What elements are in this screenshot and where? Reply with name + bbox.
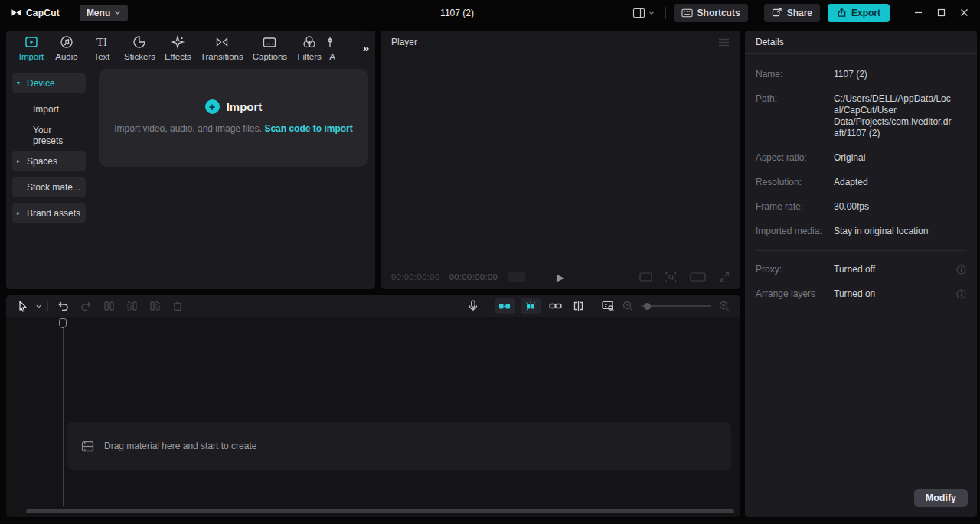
shortcuts-button[interactable]: Shortcuts xyxy=(674,4,748,22)
detail-row-path: Path: C:/Users/DELL/AppData/Local/CapCut… xyxy=(756,93,966,139)
record-voiceover-button[interactable] xyxy=(462,298,485,314)
toolbar-divider xyxy=(47,301,48,311)
close-icon xyxy=(960,8,969,17)
player-menu-icon[interactable] xyxy=(718,38,730,47)
detail-label: Resolution: xyxy=(756,177,834,187)
wide-ratio-icon[interactable] xyxy=(690,272,706,282)
sidebar-item-spaces[interactable]: ▸ Spaces xyxy=(12,151,86,171)
info-icon[interactable] xyxy=(956,289,966,299)
undo-button[interactable] xyxy=(51,298,74,314)
plus-circle-icon: + xyxy=(205,99,220,114)
share-button[interactable]: Share xyxy=(764,4,820,22)
redo-button[interactable] xyxy=(74,298,97,314)
maximize-button[interactable] xyxy=(929,3,952,23)
empty-track-dropzone[interactable]: Drag material here and start to create xyxy=(67,422,731,470)
media-clip-icon xyxy=(81,441,94,452)
detail-label: Aspect ratio: xyxy=(756,152,834,163)
detail-label: Proxy: xyxy=(756,264,834,275)
select-tool-button[interactable] xyxy=(14,298,32,314)
tab-import[interactable]: Import xyxy=(14,34,49,61)
media-side-nav: ▾ Device Import Your presets ▸ Spaces St… xyxy=(6,65,92,289)
trash-icon xyxy=(172,301,183,311)
tab-transitions[interactable]: Transitions xyxy=(196,34,248,61)
detail-row-arrange-layers: Arrange layers Turned on xyxy=(756,288,966,300)
sidebar-item-your-presets[interactable]: Your presets xyxy=(12,125,86,145)
magnet-icon xyxy=(498,302,511,311)
sidebar-item-import[interactable]: Import xyxy=(12,99,86,119)
sidebar-item-stock-materials[interactable]: Stock mate... xyxy=(12,177,86,197)
titlebar-divider xyxy=(756,7,756,19)
timeline-horizontal-scrollbar[interactable] xyxy=(26,509,734,513)
playhead[interactable] xyxy=(59,318,67,328)
sidebar-item-device[interactable]: ▾ Device xyxy=(12,73,86,93)
capcut-logo-icon xyxy=(11,7,22,18)
delete-right-button[interactable] xyxy=(143,298,166,314)
tab-captions[interactable]: Captions xyxy=(248,34,292,61)
export-button[interactable]: Export xyxy=(828,4,890,22)
audio-tab-icon xyxy=(59,34,74,50)
delete-right-icon xyxy=(149,301,161,311)
tab-audio[interactable]: Audio xyxy=(49,34,84,61)
tab-stickers[interactable]: Stickers xyxy=(119,34,160,61)
share-icon xyxy=(772,8,782,18)
keyboard-icon xyxy=(681,8,693,18)
delete-left-button[interactable] xyxy=(120,298,143,314)
tab-label: Text xyxy=(93,52,109,61)
split-button[interactable] xyxy=(97,298,120,314)
preview-axis-button[interactable] xyxy=(567,298,590,314)
chevron-down-icon xyxy=(114,9,121,16)
linkage-button[interactable] xyxy=(544,298,567,314)
sidebar-item-brand-assets[interactable]: ▸ Brand assets xyxy=(12,203,86,223)
auto-snapping-button[interactable] xyxy=(521,298,541,314)
tab-label: Audio xyxy=(55,52,77,61)
detail-value: 1107 (2) xyxy=(834,69,954,80)
detail-label: Frame rate: xyxy=(756,201,834,212)
tool-dropdown-button[interactable] xyxy=(32,298,44,314)
playhead-handle-icon[interactable] xyxy=(59,318,67,328)
share-label: Share xyxy=(787,8,812,18)
playhead-line xyxy=(63,328,64,506)
sidebar-item-label: Your presets xyxy=(33,125,81,146)
minimize-button[interactable] xyxy=(906,3,929,23)
main-track-magnet-button[interactable] xyxy=(495,298,514,314)
minimize-icon xyxy=(914,8,923,17)
delete-left-icon xyxy=(126,301,138,311)
info-icon[interactable] xyxy=(956,265,966,275)
fullscreen-icon[interactable] xyxy=(719,272,730,282)
media-tab-bar: Import Audio TI Text Stickers Effects xyxy=(6,31,375,65)
details-divider xyxy=(756,250,966,251)
captions-tab-icon xyxy=(262,34,277,50)
play-button[interactable]: ▶ xyxy=(557,272,564,283)
expand-tabs-button[interactable]: » xyxy=(357,31,375,65)
tab-effects[interactable]: Effects xyxy=(160,34,196,61)
zoom-slider-knob[interactable] xyxy=(644,303,651,310)
timeline-zoom-slider[interactable] xyxy=(641,305,711,307)
layout-switcher-button[interactable] xyxy=(629,5,658,21)
modify-button[interactable]: Modify xyxy=(914,489,968,507)
menu-button[interactable]: Menu xyxy=(80,5,128,21)
tab-text[interactable]: TI Text xyxy=(84,34,119,61)
close-button[interactable] xyxy=(952,3,975,23)
duration-selector[interactable] xyxy=(508,272,525,282)
zoom-in-button[interactable] xyxy=(716,298,733,314)
export-icon xyxy=(837,8,847,18)
effects-tab-icon xyxy=(170,34,185,50)
sidebar-item-label: Import xyxy=(33,104,59,115)
fit-to-screen-icon[interactable] xyxy=(665,272,677,283)
delete-button[interactable] xyxy=(166,298,189,314)
detail-value: C:/Users/DELL/AppData/Local/CapCut/User … xyxy=(834,93,954,139)
duration-timecode: 00:00:00:00 xyxy=(449,272,498,282)
scan-code-link[interactable]: Scan code to import xyxy=(264,123,352,134)
render-preview-button[interactable] xyxy=(596,298,619,314)
tab-label: Stickers xyxy=(124,52,155,61)
zoom-out-button[interactable] xyxy=(619,298,636,314)
player-panel-title: Player xyxy=(391,37,417,47)
timeline-empty-hint: Drag material here and start to create xyxy=(104,441,256,451)
ratio-icon[interactable] xyxy=(639,272,652,282)
tab-adjustment-cut[interactable]: A xyxy=(327,34,338,61)
zoom-in-icon xyxy=(719,301,730,311)
import-dropzone[interactable]: + Import Import video, audio, and image … xyxy=(99,69,368,167)
detail-row-name: Name: 1107 (2) xyxy=(756,69,966,80)
chevron-down-icon xyxy=(35,303,42,310)
tab-filters[interactable]: Filters xyxy=(292,34,327,61)
